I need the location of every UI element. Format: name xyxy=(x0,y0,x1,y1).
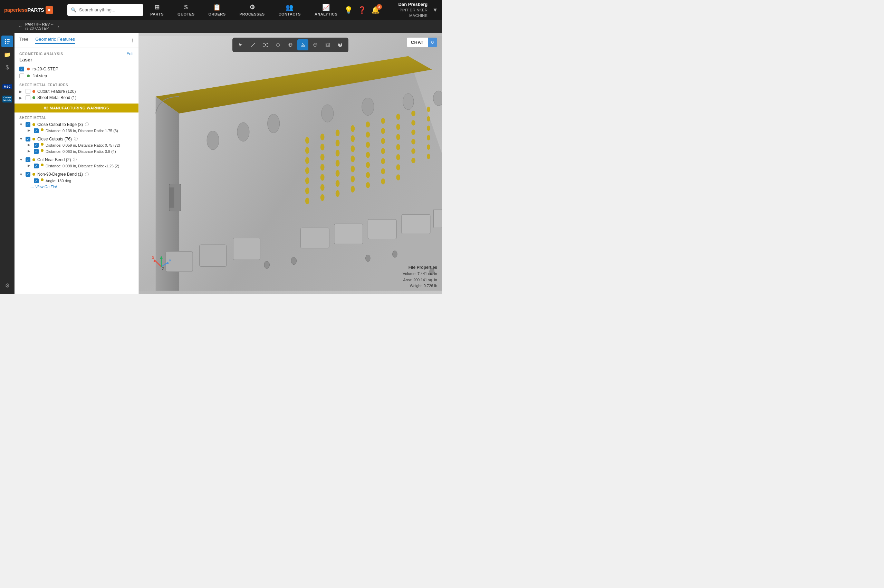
svg-point-61 xyxy=(381,128,385,134)
warning1-checkbox[interactable] xyxy=(26,122,30,127)
notification-count: 3 xyxy=(376,4,382,10)
warning4-checkbox[interactable] xyxy=(26,172,30,177)
warning3-expand[interactable]: ▼ xyxy=(20,158,24,162)
warning2-sub2-checkbox[interactable] xyxy=(34,149,39,154)
collapse-panel-button[interactable]: ⟨ xyxy=(132,37,134,44)
warning1-sub-checkbox[interactable] xyxy=(34,128,39,133)
svg-point-51 xyxy=(351,176,355,183)
warning4-info-icon[interactable]: ⓘ xyxy=(85,172,89,177)
svg-point-56 xyxy=(366,152,370,158)
file-properties: File Properties Volume: 7.441 cu. in Are… xyxy=(403,264,437,289)
toolbar-fit-button[interactable] xyxy=(322,39,333,50)
svg-point-57 xyxy=(366,162,370,168)
svg-point-70 xyxy=(396,144,400,150)
expand-cutout-arrow[interactable]: ▶ xyxy=(20,90,24,93)
panel-content: GEOMETRIC ANALYSIS Edit Laser rs-20-C.ST… xyxy=(15,48,138,294)
file-checkbox-0[interactable] xyxy=(20,67,24,71)
file-checkbox-1[interactable] xyxy=(20,74,24,78)
logo-text[interactable]: paperlessPARTS xyxy=(4,7,44,13)
sidebar-gear-button[interactable]: ⚙ xyxy=(2,279,13,291)
svg-point-21 xyxy=(322,105,334,122)
svg-point-65 xyxy=(381,168,385,175)
svg-point-59 xyxy=(366,182,370,188)
logo-area: paperlessPARTS ■ xyxy=(4,6,65,14)
sidebar-folder-button[interactable]: 📁 xyxy=(2,49,13,60)
file-item-1: flat.step xyxy=(20,74,134,78)
toolbar-measure-button[interactable] xyxy=(248,39,259,50)
svg-point-89 xyxy=(392,251,397,258)
warning3-sub-expand[interactable]: ▶ xyxy=(28,164,32,167)
svg-point-23 xyxy=(403,93,414,110)
warning2-info-icon[interactable]: ⓘ xyxy=(74,136,78,141)
3d-viewer[interactable]: CHAT 0 X Y Z File Properties Volume: 7.4… xyxy=(139,33,442,294)
cutout-feature-label: Cutout Feature (120) xyxy=(37,89,76,94)
nav-quotes[interactable]: $ QUOTES xyxy=(171,2,201,18)
warning1-sub-label: Distance: 0.138 in, Distance Ratio: 1.75… xyxy=(45,128,118,134)
toolbar-explode-button[interactable] xyxy=(260,39,271,50)
svg-line-112 xyxy=(154,260,161,267)
edit-button[interactable]: Edit xyxy=(126,51,134,56)
warning1-sub-expand[interactable]: ▶ xyxy=(28,128,32,132)
svg-point-50 xyxy=(351,166,355,172)
nav-analytics[interactable]: 📈 ANALYTICS xyxy=(308,2,344,18)
warning2-expand[interactable]: ▼ xyxy=(20,137,24,141)
svg-line-107 xyxy=(302,43,304,45)
lightbulb-button[interactable]: 💡 xyxy=(344,6,353,14)
online-metals-logo[interactable]: OnlineMetals xyxy=(2,94,13,104)
nav-contacts[interactable]: 👥 CONTACTS xyxy=(272,2,308,18)
nav-right: 💡 ❓ 🔔 3 Dan Presberg PINT DRINKER MACHIN… xyxy=(344,2,438,18)
svg-rect-11 xyxy=(200,244,227,266)
svg-rect-99 xyxy=(263,46,265,47)
svg-point-53 xyxy=(366,122,370,128)
sidebar-tree-button[interactable] xyxy=(2,36,13,47)
search-bar[interactable]: 🔍 xyxy=(67,4,143,16)
warning4-sub-checkbox[interactable] xyxy=(34,178,39,183)
warning2-sub1-checkbox[interactable] xyxy=(34,143,39,148)
warning3-label: Cut Near Bend (2) xyxy=(37,158,71,162)
nav-parts[interactable]: ⊞ PARTS xyxy=(143,2,171,18)
warning4-expand[interactable]: ▼ xyxy=(20,172,24,176)
warning3-sub-checkbox[interactable] xyxy=(34,164,39,168)
toolbar-3d-button[interactable] xyxy=(272,39,284,50)
warning2-checkbox[interactable] xyxy=(26,136,30,141)
warning1-expand[interactable]: ▼ xyxy=(20,123,24,126)
svg-point-85 xyxy=(427,154,430,159)
expand-bend-arrow[interactable]: ▶ xyxy=(20,96,24,100)
tab-tree[interactable]: Tree xyxy=(20,37,28,44)
view-on-flat-link[interactable]: --- View On Flat xyxy=(30,184,134,189)
chat-button[interactable]: CHAT 0 xyxy=(407,38,437,47)
toolbar-select-button[interactable] xyxy=(235,39,246,50)
warning4-sub-label: Angle: 130 deg xyxy=(45,178,71,184)
parts-icon: ⊞ xyxy=(154,3,160,11)
sidebar-dollar-button[interactable]: $ xyxy=(2,62,13,74)
svg-line-95 xyxy=(254,43,255,44)
nav-orders[interactable]: 📋 ORDERS xyxy=(201,2,233,18)
msc-logo[interactable]: MSC xyxy=(2,82,13,92)
part-info: PART #-- REV -- rs-20-C.STEP xyxy=(25,22,54,30)
help-button[interactable]: ❓ xyxy=(358,6,366,14)
warning3-checkbox[interactable] xyxy=(26,158,30,162)
tab-geometric-features[interactable]: Geometric Features xyxy=(35,37,75,44)
feature-cutout-checkbox[interactable] xyxy=(26,89,30,94)
feature-bend-checkbox[interactable] xyxy=(26,95,30,100)
svg-point-63 xyxy=(381,148,385,154)
warning2-sub2-expand[interactable]: ▶ xyxy=(28,149,32,153)
back-button[interactable]: ← xyxy=(18,24,23,29)
notifications-button[interactable]: 🔔 3 xyxy=(371,6,380,14)
toolbar-globe-button[interactable] xyxy=(285,39,296,50)
warning3-info-icon[interactable]: ⓘ xyxy=(73,157,77,162)
warning2-sub1-expand[interactable]: ▶ xyxy=(28,143,32,147)
toolbar-section-button[interactable] xyxy=(310,39,321,50)
toolbar-cut-button[interactable] xyxy=(297,39,308,50)
svg-point-43 xyxy=(336,170,340,177)
search-input[interactable] xyxy=(79,7,140,12)
svg-point-67 xyxy=(396,114,400,120)
warning1-info-icon[interactable]: ⓘ xyxy=(85,122,89,127)
left-panel: Tree Geometric Features ⟨ GEOMETRIC ANAL… xyxy=(15,33,139,294)
user-chevron-icon[interactable]: ▼ xyxy=(432,7,438,13)
toolbar-help-button[interactable] xyxy=(335,39,346,50)
svg-point-83 xyxy=(427,135,430,141)
file-dot-0 xyxy=(27,68,30,70)
nav-processes[interactable]: ⚙ PROCESSES xyxy=(233,2,272,18)
expand-part-info-button[interactable]: › xyxy=(58,24,59,29)
